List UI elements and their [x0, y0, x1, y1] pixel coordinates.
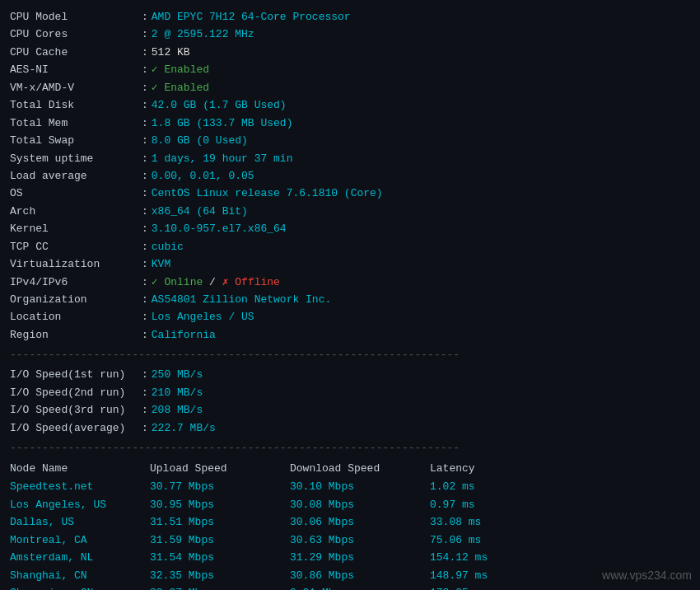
region-row: Region : California	[10, 326, 690, 344]
cpu-cores-label: CPU Cores	[10, 26, 142, 43]
network-latency-5: 148.97 ms	[430, 567, 529, 584]
total-disk-row: Total Disk : 42.0 GB (1.7 GB Used)	[10, 96, 690, 114]
os-value: CentOS Linux release 7.6.1810 (Core)	[152, 185, 383, 202]
network-row: Speedtest.net 30.77 Mbps 30.10 Mbps 1.02…	[10, 478, 690, 495]
network-latency-6: 173.95 ms	[430, 584, 529, 590]
total-mem-row: Total Mem : 1.8 GB (133.7 MB Used)	[10, 115, 690, 132]
cpu-model-row: CPU Model : AMD EPYC 7H12 64-Core Proces…	[10, 8, 690, 26]
col-node-header: Node Name	[10, 459, 150, 478]
io-run2-row: I/O Speed(2nd run) : 210 MB/s	[10, 384, 690, 401]
sys-uptime-value: 1 days, 19 hour 37 min	[152, 150, 293, 167]
network-latency-0: 1.02 ms	[430, 478, 529, 495]
aes-ni-value: ✓ Enabled	[152, 61, 209, 78]
ipv4-online-value: ✓ Online	[152, 274, 203, 291]
network-upload-6: 30.07 Mbps	[150, 584, 290, 590]
cpu-cache-row: CPU Cache : 512 KB	[10, 44, 690, 61]
kernel-row: Kernel : 3.10.0-957.el7.x86_64	[10, 220, 690, 237]
network-latency-4: 154.12 ms	[430, 549, 529, 566]
cpu-cores-value: 2 @ 2595.122 MHz	[152, 26, 254, 43]
tcp-cc-label: TCP CC	[10, 238, 142, 255]
ipv4ipv6-label: IPv4/IPv6	[10, 274, 142, 291]
org-row: Organization : AS54801 Zillion Network I…	[10, 291, 690, 308]
network-row: Montreal, CA 31.59 Mbps 30.63 Mbps 75.06…	[10, 531, 690, 549]
vm-amd-value: ✓ Enabled	[152, 79, 209, 96]
network-latency-3: 75.06 ms	[430, 531, 529, 549]
network-upload-2: 31.51 Mbps	[150, 513, 290, 531]
network-download-6: 0.01 Mbps	[290, 584, 430, 590]
io-avg-row: I/O Speed(average) : 222.7 MB/s	[10, 419, 690, 437]
network-node-5: Shanghai, CN	[10, 567, 150, 584]
network-header-row: Node Name Upload Speed Download Speed La…	[10, 459, 690, 478]
load-avg-row: Load average : 0.00, 0.01, 0.05	[10, 167, 690, 185]
total-mem-value: 1.8 GB (133.7 MB Used)	[152, 115, 293, 132]
virt-row: Virtualization : KVM	[10, 255, 690, 273]
network-node-4: Amsterdam, NL	[10, 549, 150, 566]
sysinfo-section: CPU Model : AMD EPYC 7H12 64-Core Proces…	[10, 8, 690, 344]
network-row: Shanghai, CN 32.35 Mbps 30.86 Mbps 148.9…	[10, 567, 690, 584]
network-row: Chongqing, CN 30.07 Mbps 0.01 Mbps 173.9…	[10, 584, 690, 590]
io-run3-label: I/O Speed(3rd run)	[10, 401, 142, 419]
network-rows: Speedtest.net 30.77 Mbps 30.10 Mbps 1.02…	[10, 478, 690, 590]
divider-2: ----------------------------------------…	[10, 442, 690, 454]
col-latency-header: Latency	[430, 459, 529, 478]
region-value: California	[152, 326, 216, 344]
network-upload-4: 31.54 Mbps	[150, 549, 290, 566]
network-upload-1: 30.95 Mbps	[150, 496, 290, 513]
network-row: Los Angeles, US 30.95 Mbps 30.08 Mbps 0.…	[10, 496, 690, 513]
virt-value: KVM	[152, 255, 170, 273]
vm-amd-label: VM-x/AMD-V	[10, 79, 142, 96]
network-upload-3: 31.59 Mbps	[150, 531, 290, 549]
location-label: Location	[10, 308, 142, 325]
col-download-header: Download Speed	[290, 459, 430, 478]
os-label: OS	[10, 185, 142, 202]
load-avg-label: Load average	[10, 167, 142, 185]
kernel-label: Kernel	[10, 220, 142, 237]
network-node-0: Speedtest.net	[10, 478, 150, 495]
location-row: Location : Los Angeles / US	[10, 308, 690, 325]
aes-ni-row: AES-NI : ✓ Enabled	[10, 61, 690, 78]
io-avg-value: 222.7 MB/s	[152, 419, 216, 437]
network-latency-2: 33.08 ms	[430, 513, 529, 531]
ipv4ipv6-row: IPv4/IPv6 : ✓ Online / ✗ Offline	[10, 274, 690, 291]
io-avg-label: I/O Speed(average)	[10, 419, 142, 437]
divider-1: ----------------------------------------…	[10, 349, 690, 361]
sys-uptime-label: System uptime	[10, 150, 142, 167]
arch-value: x86_64 (64 Bit)	[152, 203, 248, 220]
network-download-2: 30.06 Mbps	[290, 513, 430, 531]
cpu-cache-label: CPU Cache	[10, 44, 142, 61]
network-node-6: Chongqing, CN	[10, 584, 150, 590]
io-run1-row: I/O Speed(1st run) : 250 MB/s	[10, 366, 690, 383]
network-upload-5: 32.35 Mbps	[150, 567, 290, 584]
network-download-3: 30.63 Mbps	[290, 531, 430, 549]
os-row: OS : CentOS Linux release 7.6.1810 (Core…	[10, 185, 690, 202]
load-avg-value: 0.00, 0.01, 0.05	[152, 167, 254, 185]
total-swap-value: 8.0 GB (0 Used)	[152, 132, 248, 149]
total-disk-value: 42.0 GB (1.7 GB Used)	[152, 96, 287, 114]
ipv4ipv6-sep: /	[203, 274, 222, 291]
total-mem-label: Total Mem	[10, 115, 142, 132]
org-value: AS54801 Zillion Network Inc.	[152, 291, 331, 308]
io-run1-value: 250 MB/s	[152, 366, 203, 383]
io-run2-value: 210 MB/s	[152, 384, 203, 401]
col-upload-header: Upload Speed	[150, 459, 290, 478]
io-section: I/O Speed(1st run) : 250 MB/s I/O Speed(…	[10, 366, 690, 437]
network-download-1: 30.08 Mbps	[290, 496, 430, 513]
network-upload-0: 30.77 Mbps	[150, 478, 290, 495]
aes-ni-label: AES-NI	[10, 61, 142, 78]
kernel-value: 3.10.0-957.el7.x86_64	[152, 220, 287, 237]
cpu-model-value: AMD EPYC 7H12 64-Core Processor	[152, 8, 351, 26]
network-download-0: 30.10 Mbps	[290, 478, 430, 495]
network-row: Dallas, US 31.51 Mbps 30.06 Mbps 33.08 m…	[10, 513, 690, 531]
region-label: Region	[10, 326, 142, 344]
tcp-cc-row: TCP CC : cubic	[10, 238, 690, 255]
arch-row: Arch : x86_64 (64 Bit)	[10, 203, 690, 220]
cpu-cores-row: CPU Cores : 2 @ 2595.122 MHz	[10, 26, 690, 43]
location-value: Los Angeles / US	[152, 308, 254, 325]
network-download-5: 30.86 Mbps	[290, 567, 430, 584]
total-swap-row: Total Swap : 8.0 GB (0 Used)	[10, 132, 690, 149]
io-run3-value: 208 MB/s	[152, 401, 203, 419]
watermark: www.vps234.com	[602, 569, 692, 582]
network-node-2: Dallas, US	[10, 513, 150, 531]
network-node-1: Los Angeles, US	[10, 496, 150, 513]
virt-label: Virtualization	[10, 255, 142, 273]
